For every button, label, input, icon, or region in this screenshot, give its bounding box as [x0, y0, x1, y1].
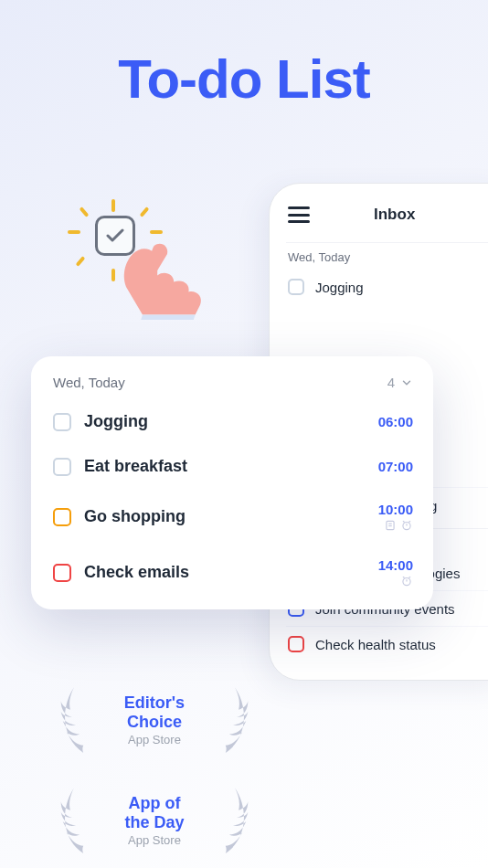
pointing-hand-icon: [117, 238, 217, 320]
award-subtitle: App Store: [124, 733, 185, 746]
card-task-row[interactable]: Jogging 06:00: [53, 399, 413, 444]
card-task-row[interactable]: Go shopping 10:00: [53, 489, 413, 545]
card-header-label: Wed, Today: [53, 375, 125, 390]
checkbox-icon[interactable]: [53, 413, 71, 431]
phone-task-label: Jogging: [315, 280, 364, 295]
card-task-row[interactable]: Check emails 14:00: [53, 545, 413, 600]
card-task-name: Eat breakfast: [84, 457, 187, 476]
svg-point-7: [403, 578, 410, 586]
phone-task-label: Check health status: [315, 637, 436, 652]
card-task-name: Jogging: [84, 412, 148, 431]
note-icon: [384, 519, 397, 532]
card-task-name: Check emails: [84, 563, 189, 582]
card-task-time: 14:00: [378, 557, 413, 573]
laurel-right-icon: [216, 682, 254, 757]
checkbox-icon[interactable]: [53, 458, 71, 476]
card-task-row[interactable]: Eat breakfast 07:00: [53, 444, 413, 489]
svg-point-3: [403, 523, 410, 530]
award-badge: Editor'sChoice App Store: [49, 674, 260, 766]
award-badge: App ofthe Day App Store: [49, 775, 260, 866]
hand-tap-check-illustration: [55, 183, 201, 320]
alarm-icon: [400, 575, 413, 587]
checkbox-icon[interactable]: [53, 564, 71, 582]
menu-icon[interactable]: [288, 206, 310, 223]
alarm-icon: [400, 519, 413, 532]
card-task-time: 10:00: [378, 502, 413, 517]
page-title: To-do List: [0, 48, 488, 111]
awards-section: Editor'sChoice App Store App ofthe Day A…: [49, 674, 260, 868]
award-title: Editor'sChoice: [124, 693, 185, 731]
card-count: 4: [387, 375, 395, 390]
award-subtitle: App Store: [124, 833, 184, 847]
laurel-right-icon: [216, 782, 254, 857]
checkbox-icon[interactable]: [288, 636, 304, 652]
card-task-time: 07:00: [378, 459, 413, 474]
svg-line-6: [408, 521, 410, 522]
checkbox-icon[interactable]: [288, 279, 304, 295]
checkbox-icon[interactable]: [53, 508, 71, 526]
card-collapse-toggle[interactable]: 4: [387, 375, 413, 390]
laurel-left-icon: [55, 682, 93, 757]
svg-line-5: [403, 521, 405, 522]
today-card: Wed, Today 4 Jogging 06:00 Eat breakfast…: [31, 356, 433, 609]
laurel-left-icon: [55, 782, 93, 857]
svg-line-9: [403, 577, 405, 577]
card-task-time: 06:00: [378, 414, 413, 429]
award-title: App ofthe Day: [124, 794, 184, 831]
svg-line-10: [408, 577, 410, 577]
chevron-down-icon: [400, 376, 413, 389]
phone-task-row[interactable]: Jogging: [286, 270, 488, 304]
phone-header-title: Inbox: [374, 206, 415, 224]
card-task-name: Go shopping: [84, 507, 186, 526]
phone-today-header: Wed, Today: [286, 242, 488, 270]
phone-task-row[interactable]: Check health status: [286, 626, 488, 662]
